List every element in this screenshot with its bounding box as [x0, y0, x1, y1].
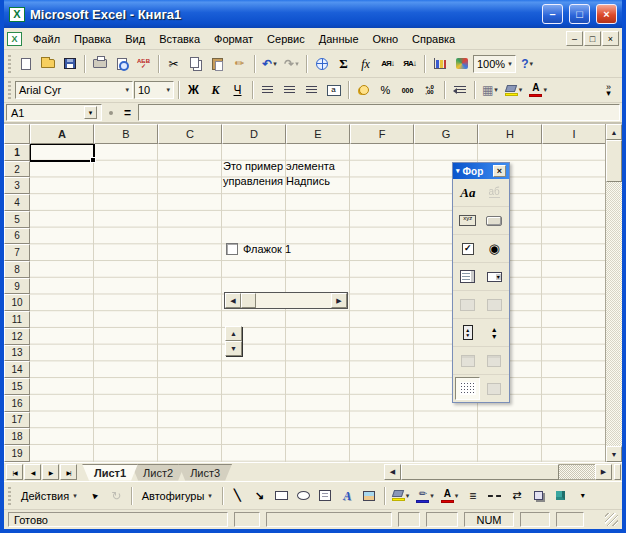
checkbox-control-object[interactable]: Флажок 1	[226, 243, 291, 255]
save-button[interactable]	[59, 53, 80, 74]
workbook-icon[interactable]: X	[7, 32, 22, 46]
close-button[interactable]: ×	[596, 4, 617, 24]
more-buttons-button[interactable]: ▾	[572, 485, 593, 506]
align-left-button[interactable]	[257, 80, 278, 101]
decimals-button[interactable]: +,0 ,00	[419, 80, 440, 101]
minimize-button[interactable]: –	[542, 4, 563, 24]
rectangle-button[interactable]	[271, 485, 292, 506]
checkbox-control-button[interactable]: ✓	[455, 237, 480, 260]
sheet-tab-Лист3[interactable]: Лист3	[178, 464, 232, 481]
chevron-down-icon[interactable]: ▾	[456, 167, 460, 175]
spinner-control-object[interactable]: ▲ ▼	[225, 326, 242, 356]
scroll-thumb[interactable]	[241, 293, 256, 308]
edit-box-button[interactable]: аб	[482, 181, 507, 204]
sheet-tab-Лист2[interactable]: Лист2	[131, 464, 185, 481]
scrollbar-tool-button[interactable]: ▲ ▼	[455, 321, 480, 344]
menu-Формат[interactable]: Формат	[207, 30, 260, 48]
menu-Справка[interactable]: Справка	[405, 30, 462, 48]
sort-ascending-button[interactable]: АЯ↓	[377, 53, 398, 74]
align-center-button[interactable]	[279, 80, 300, 101]
spelling-button[interactable]: АБВ ✓	[133, 53, 154, 74]
new-document-button[interactable]	[15, 53, 36, 74]
row-header-11[interactable]: 11	[4, 311, 30, 328]
option-button-button[interactable]: ◉	[482, 237, 507, 260]
column-header-D[interactable]: D	[222, 124, 286, 144]
spinner-up-button[interactable]: ▲	[225, 326, 242, 341]
spinner-down-button[interactable]: ▼	[225, 341, 242, 356]
row-header-14[interactable]: 14	[4, 361, 30, 378]
control-properties-button[interactable]	[455, 349, 480, 372]
font-size-combo[interactable]: 10 ▾	[134, 81, 174, 99]
scroll-right-button[interactable]: ▶	[595, 464, 612, 480]
name-box[interactable]: A1 ▾	[6, 104, 102, 121]
row-header-6[interactable]: 6	[4, 228, 30, 245]
vertical-scrollbar[interactable]: ▲ ▼	[605, 124, 622, 462]
open-button[interactable]	[37, 53, 58, 74]
label-control-object[interactable]: Это пример элемента управления Надпись	[223, 159, 335, 189]
scroll-up-button[interactable]: ▲	[606, 124, 622, 140]
combo-drop-edit-button[interactable]	[482, 293, 507, 316]
3d-button[interactable]	[550, 485, 571, 506]
row-header-18[interactable]: 18	[4, 428, 30, 445]
row-header-4[interactable]: 4	[4, 194, 30, 211]
format-painter-button[interactable]: ✏	[229, 53, 250, 74]
workbook-minimize-button[interactable]: –	[566, 31, 583, 46]
label-control-button[interactable]: Aa	[455, 181, 480, 204]
first-sheet-button[interactable]: |◀	[6, 464, 23, 480]
font-name-combo[interactable]: Arial Cyr ▾	[15, 81, 133, 99]
chart-wizard-button[interactable]	[429, 53, 450, 74]
scroll-left-button[interactable]: ◀	[384, 464, 401, 480]
row-header-17[interactable]: 17	[4, 412, 30, 429]
drawing-button[interactable]	[451, 53, 472, 74]
scroll-down-button[interactable]: ▼	[606, 446, 622, 462]
resize-grip[interactable]	[605, 513, 618, 526]
button-control-button[interactable]	[482, 209, 507, 232]
merge-center-button[interactable]: а	[323, 80, 344, 101]
arrow-button[interactable]: ↘	[249, 485, 270, 506]
toolbar-grip[interactable]	[8, 55, 11, 73]
previous-sheet-button[interactable]: ◀	[24, 464, 41, 480]
toolbar-grip[interactable]	[8, 81, 11, 99]
scrollbar-control-object[interactable]: ◀ ▶	[224, 292, 348, 309]
italic-button[interactable]: К	[205, 80, 226, 101]
column-header-C[interactable]: C	[158, 124, 222, 144]
combo-list-edit-button[interactable]	[455, 293, 480, 316]
thousands-button[interactable]: 000	[397, 80, 418, 101]
insert-function-button[interactable]: fx	[355, 53, 376, 74]
vertical-scroll-thumb[interactable]	[606, 140, 622, 182]
scroll-left-button[interactable]: ◀	[225, 293, 241, 308]
maximize-button[interactable]: □	[569, 4, 590, 24]
toggle-grid-button[interactable]	[455, 377, 480, 400]
row-header-15[interactable]: 15	[4, 378, 30, 395]
shadow-button[interactable]	[528, 485, 549, 506]
workbook-close-button[interactable]: ×	[602, 31, 619, 46]
fill-color-button[interactable]: ▾	[389, 485, 413, 506]
underline-button[interactable]: Ч	[227, 80, 248, 101]
help-button[interactable]: ?▾	[517, 53, 538, 74]
row-header-7[interactable]: 7	[4, 244, 30, 261]
close-icon[interactable]: ×	[493, 165, 506, 177]
row-header-13[interactable]: 13	[4, 345, 30, 362]
combo-box-button[interactable]: ▾	[482, 265, 507, 288]
tab-split-handle[interactable]	[614, 464, 621, 480]
formula-input[interactable]	[138, 104, 620, 121]
undo-button[interactable]: ↶▾	[259, 53, 280, 74]
row-header-10[interactable]: 10	[4, 294, 30, 311]
line-color-button[interactable]: ✏▾	[413, 485, 437, 506]
insert-hyperlink-button[interactable]	[311, 53, 332, 74]
zoom-box-button[interactable]: 100%▾	[473, 55, 516, 73]
borders-button[interactable]: ▦▾	[479, 80, 501, 101]
dash-style-button[interactable]	[484, 485, 505, 506]
oval-button[interactable]	[293, 485, 314, 506]
select-objects-button[interactable]: ▲	[84, 485, 105, 506]
free-rotate-button[interactable]: ↻	[106, 485, 127, 506]
menu-Вид[interactable]: Вид	[118, 30, 152, 48]
paste-button[interactable]	[207, 53, 228, 74]
column-header-G[interactable]: G	[414, 124, 478, 144]
last-sheet-button[interactable]: ▶|	[60, 464, 77, 480]
row-header-16[interactable]: 16	[4, 395, 30, 412]
spinner-tool-button[interactable]: ▲ ▼	[482, 321, 507, 344]
redo-button[interactable]: ↷▾	[281, 53, 302, 74]
row-header-1[interactable]: 1	[4, 144, 30, 161]
copy-button[interactable]	[185, 53, 206, 74]
